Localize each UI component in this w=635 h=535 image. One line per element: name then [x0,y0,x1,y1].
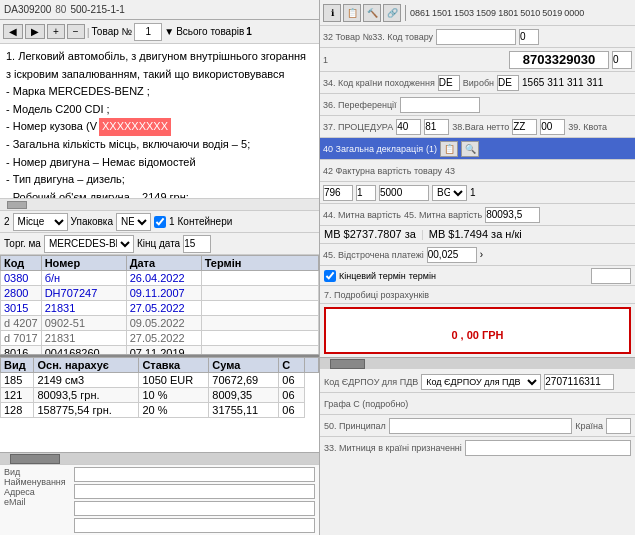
big-number-text: 0 , 00 ГРН [451,329,503,341]
field35-input[interactable] [497,75,519,91]
addr-block: Вид Найменування Адреса eMail [0,464,319,535]
table-row[interactable]: 3015 21831 27.05.2022 [1,301,319,316]
field38b[interactable] [540,119,565,135]
field-796[interactable] [323,185,353,201]
code-select[interactable]: Код ЄДРПОУ для ПДВ [421,374,541,390]
text-content-area: 1. Легковий автомобіль, з двигуном внутр… [0,44,319,199]
tool-icon-btn[interactable]: 🔨 [363,4,381,22]
row40-btn1[interactable]: 📋 [440,141,458,157]
field33-big[interactable] [509,51,609,69]
addr-label: Адреса [4,487,66,497]
kinc-input[interactable] [183,235,211,253]
row40-btn2[interactable]: 🔍 [461,141,479,157]
field38a[interactable] [512,119,537,135]
col-stavka: Ставка [139,358,209,373]
bottom-section: Вид Осн. нарахує Ставка Сума С 185 2149 … [0,355,319,452]
right-icons-row: ℹ 📋 🔨 🔗 0861 1501 1503 1509 1801 5010 50… [320,0,635,26]
num-0861: 0861 [410,8,430,18]
next-button[interactable]: ▶ [25,24,45,39]
cell-data: 09.05.2022 [126,316,201,331]
cell-kod: 0380 [1,271,42,286]
kinc-label: Кінцевий термін [339,271,406,281]
field33-input[interactable] [519,29,539,45]
remove-button[interactable]: − [67,24,85,39]
num-1501: 1501 [432,8,452,18]
link-icon-btn[interactable]: 🔗 [383,4,401,22]
field46-input[interactable] [427,247,477,263]
row45-label: 45. Митна вартість [404,210,482,220]
field33-extra[interactable] [612,51,632,69]
row36-section: 36. Переференції [320,94,635,116]
field36-input[interactable] [400,97,480,113]
row46-label: 45. Відстрочена платежі [323,250,424,260]
field-1val[interactable] [356,185,376,201]
cell-c: 06 [279,403,305,418]
n311a: 311 [547,77,564,88]
scroll-thumb[interactable] [10,454,60,464]
mb-section: MB $2737.7807 за | MB $1.7494 за н/кі [320,226,635,244]
num-1503: 1503 [454,8,474,18]
mb-text1: MB $2737.7807 за [324,228,416,240]
upak-select[interactable]: NE [116,213,151,231]
num-5010: 5010 [520,8,540,18]
row47-label: 7. Подробиці розрахунків [324,290,429,300]
cell-osn: 80093,5 грн. [34,388,139,403]
field37a[interactable] [396,119,421,135]
add-button[interactable]: + [47,24,65,39]
table-icon-btn[interactable]: 📋 [343,4,361,22]
row39-label: 39. Квота [568,122,607,132]
separator2: | [87,26,90,38]
row37-section: 37. ПРОЦЕДУРА 38.Вага нетто 39. Квота [320,116,635,138]
n1565: 1565 [522,77,544,88]
row35-label: Виробн [463,78,494,88]
field34-input[interactable] [438,75,460,91]
info-icon-btn[interactable]: ℹ [323,4,341,22]
cell-data: 07.11.2019 [126,346,201,356]
cell-suma: 70672,69 [209,373,279,388]
torg-select[interactable]: MERCEDES-BENZ [44,235,134,253]
table-row[interactable]: 8016 004168260 07.11.2019 [1,346,319,356]
principal-input[interactable] [389,418,572,434]
cell-kod: d 4207 [1,316,42,331]
flag-1: 1 [470,187,476,198]
place-select[interactable]: Місце [13,213,68,231]
country-input[interactable] [606,418,631,434]
code-input[interactable] [544,374,614,390]
grafa-label: Графа С (подробно) [324,399,408,409]
mb-row1: MB $2737.7807 за | MB $1.7494 за н/кі [324,228,631,240]
termin-input[interactable] [591,268,631,284]
table-row[interactable]: d 4207 0902-51 09.05.2022 [1,316,319,331]
addr-input[interactable] [74,501,315,516]
h-scrollbar[interactable] [0,452,319,464]
main-table: Код Номер Дата Термін 0380 б/н 26.04.202… [0,255,319,355]
email-label: eMail [4,497,66,507]
field44-input[interactable] [485,207,540,223]
field37b[interactable] [424,119,449,135]
checkbox-val-input[interactable] [154,216,166,228]
row44-label: 44. Митна вартість [323,210,401,220]
tovar-number-input[interactable] [134,23,162,41]
table-row[interactable]: 2800 DH707247 09.11.2007 [1,286,319,301]
cell-kod: 2800 [1,286,42,301]
table-row[interactable]: d 7017 21831 27.05.2022 [1,331,319,346]
bottom-row[interactable]: 128 158775,54 грн. 20 % 31755,11 06 [1,403,319,418]
table-row[interactable]: 0380 б/н 26.04.2022 [1,271,319,286]
arrow-icon: › [480,249,483,260]
prev-button[interactable]: ◀ [3,24,23,39]
kinc-checkbox[interactable] [324,270,336,282]
typ-input[interactable] [74,467,315,482]
cell-c: 06 [279,373,305,388]
bottom-scrollbar[interactable] [320,357,635,369]
cell-nomer: 21831 [41,301,126,316]
cell-suma: 31755,11 [209,403,279,418]
row34-section: 34. Код країни походження Виробн 1565 31… [320,72,635,94]
bottom-row[interactable]: 121 80093,5 грн. 10 % 8009,35 06 [1,388,319,403]
email-input[interactable] [74,518,315,533]
currency-select[interactable]: BGN [432,185,467,201]
field32-input[interactable] [436,29,516,45]
bottom-row[interactable]: 185 2149 см3 1050 EUR 70672,69 06 [1,373,319,388]
field-5000[interactable] [379,185,429,201]
scrollbar-thumb[interactable] [330,359,365,369]
row53-input[interactable] [465,440,631,456]
naim-input[interactable] [74,484,315,499]
